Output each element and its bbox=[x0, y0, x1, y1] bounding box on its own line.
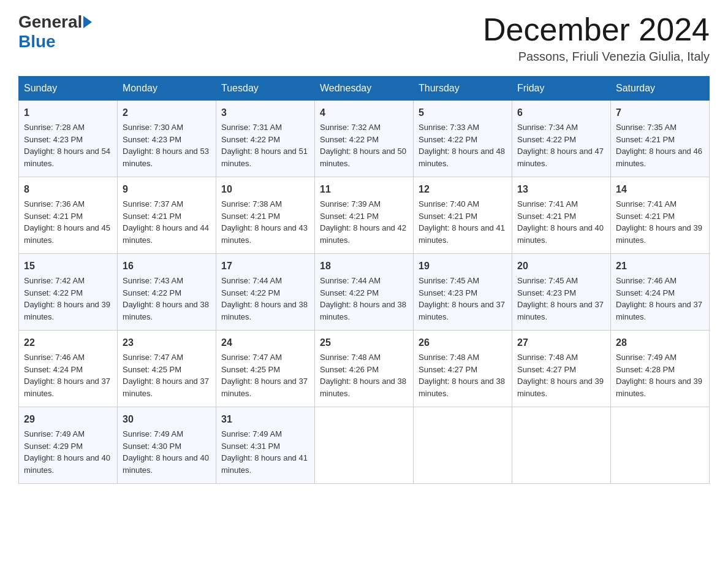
logo: General Blue bbox=[18, 12, 93, 52]
table-row: 5 Sunrise: 7:33 AMSunset: 4:22 PMDayligh… bbox=[414, 101, 512, 177]
table-row: 23 Sunrise: 7:47 AMSunset: 4:25 PMDaylig… bbox=[118, 331, 216, 407]
table-row: 20 Sunrise: 7:45 AMSunset: 4:23 PMDaylig… bbox=[512, 254, 611, 331]
day-number: 21 bbox=[616, 259, 704, 274]
day-info: Sunrise: 7:38 AMSunset: 4:21 PMDaylight:… bbox=[221, 199, 308, 245]
day-number: 28 bbox=[616, 335, 704, 350]
table-row: 27 Sunrise: 7:48 AMSunset: 4:27 PMDaylig… bbox=[512, 331, 611, 407]
day-number: 16 bbox=[123, 259, 211, 274]
day-number: 30 bbox=[123, 412, 211, 427]
table-row: 12 Sunrise: 7:40 AMSunset: 4:21 PMDaylig… bbox=[414, 177, 512, 254]
day-number: 14 bbox=[616, 182, 704, 197]
table-row: 14 Sunrise: 7:41 AMSunset: 4:21 PMDaylig… bbox=[611, 177, 710, 254]
day-number: 1 bbox=[24, 105, 112, 120]
calendar-week-row: 1 Sunrise: 7:28 AMSunset: 4:23 PMDayligh… bbox=[19, 101, 710, 177]
logo-arrow-icon bbox=[83, 16, 92, 28]
day-info: Sunrise: 7:49 AMSunset: 4:29 PMDaylight:… bbox=[24, 429, 110, 475]
day-info: Sunrise: 7:45 AMSunset: 4:23 PMDaylight:… bbox=[419, 276, 505, 321]
day-number: 13 bbox=[517, 182, 605, 197]
page-header: General Blue December 2024 Passons, Friu… bbox=[18, 12, 710, 64]
table-row: 19 Sunrise: 7:45 AMSunset: 4:23 PMDaylig… bbox=[414, 254, 512, 331]
title-section: December 2024 Passons, Friuli Venezia Gi… bbox=[483, 12, 710, 64]
day-info: Sunrise: 7:33 AMSunset: 4:22 PMDaylight:… bbox=[419, 123, 505, 168]
table-row: 6 Sunrise: 7:34 AMSunset: 4:22 PMDayligh… bbox=[512, 101, 611, 177]
col-monday: Monday bbox=[118, 77, 216, 101]
day-number: 22 bbox=[24, 335, 112, 350]
col-wednesday: Wednesday bbox=[315, 77, 414, 101]
col-tuesday: Tuesday bbox=[216, 77, 315, 101]
day-number: 17 bbox=[221, 259, 309, 274]
day-number: 4 bbox=[320, 105, 408, 120]
day-info: Sunrise: 7:45 AMSunset: 4:23 PMDaylight:… bbox=[517, 276, 604, 321]
day-info: Sunrise: 7:46 AMSunset: 4:24 PMDaylight:… bbox=[616, 276, 702, 321]
day-number: 29 bbox=[24, 412, 112, 427]
day-info: Sunrise: 7:46 AMSunset: 4:24 PMDaylight:… bbox=[24, 353, 110, 398]
table-row: 29 Sunrise: 7:49 AMSunset: 4:29 PMDaylig… bbox=[19, 407, 118, 484]
table-row: 16 Sunrise: 7:43 AMSunset: 4:22 PMDaylig… bbox=[118, 254, 216, 331]
table-row: 24 Sunrise: 7:47 AMSunset: 4:25 PMDaylig… bbox=[216, 331, 315, 407]
day-info: Sunrise: 7:37 AMSunset: 4:21 PMDaylight:… bbox=[123, 199, 209, 245]
day-info: Sunrise: 7:48 AMSunset: 4:26 PMDaylight:… bbox=[320, 353, 406, 398]
day-number: 10 bbox=[221, 182, 309, 197]
table-row: 10 Sunrise: 7:38 AMSunset: 4:21 PMDaylig… bbox=[216, 177, 315, 254]
day-number: 31 bbox=[221, 412, 309, 427]
day-number: 8 bbox=[24, 182, 112, 197]
table-row: 4 Sunrise: 7:32 AMSunset: 4:22 PMDayligh… bbox=[315, 101, 414, 177]
day-info: Sunrise: 7:49 AMSunset: 4:30 PMDaylight:… bbox=[123, 429, 209, 475]
calendar-week-row: 29 Sunrise: 7:49 AMSunset: 4:29 PMDaylig… bbox=[19, 407, 710, 484]
table-row: 26 Sunrise: 7:48 AMSunset: 4:27 PMDaylig… bbox=[414, 331, 512, 407]
table-row bbox=[611, 407, 710, 484]
calendar-week-row: 8 Sunrise: 7:36 AMSunset: 4:21 PMDayligh… bbox=[19, 177, 710, 254]
calendar-week-row: 15 Sunrise: 7:42 AMSunset: 4:22 PMDaylig… bbox=[19, 254, 710, 331]
table-row bbox=[414, 407, 512, 484]
day-number: 20 bbox=[517, 259, 605, 274]
day-number: 5 bbox=[419, 105, 507, 120]
day-info: Sunrise: 7:49 AMSunset: 4:28 PMDaylight:… bbox=[616, 353, 702, 398]
table-row: 2 Sunrise: 7:30 AMSunset: 4:23 PMDayligh… bbox=[118, 101, 216, 177]
table-row bbox=[315, 407, 414, 484]
day-info: Sunrise: 7:48 AMSunset: 4:27 PMDaylight:… bbox=[517, 353, 604, 398]
table-row: 8 Sunrise: 7:36 AMSunset: 4:21 PMDayligh… bbox=[19, 177, 118, 254]
day-number: 26 bbox=[419, 335, 507, 350]
table-row: 9 Sunrise: 7:37 AMSunset: 4:21 PMDayligh… bbox=[118, 177, 216, 254]
day-info: Sunrise: 7:41 AMSunset: 4:21 PMDaylight:… bbox=[517, 199, 604, 245]
day-number: 18 bbox=[320, 259, 408, 274]
table-row: 28 Sunrise: 7:49 AMSunset: 4:28 PMDaylig… bbox=[611, 331, 710, 407]
calendar-table: Sunday Monday Tuesday Wednesday Thursday… bbox=[18, 76, 710, 484]
day-number: 23 bbox=[123, 335, 211, 350]
day-info: Sunrise: 7:34 AMSunset: 4:22 PMDaylight:… bbox=[517, 123, 604, 168]
day-info: Sunrise: 7:44 AMSunset: 4:22 PMDaylight:… bbox=[320, 276, 406, 321]
table-row: 15 Sunrise: 7:42 AMSunset: 4:22 PMDaylig… bbox=[19, 254, 118, 331]
col-thursday: Thursday bbox=[414, 77, 512, 101]
day-info: Sunrise: 7:41 AMSunset: 4:21 PMDaylight:… bbox=[616, 199, 702, 245]
table-row: 7 Sunrise: 7:35 AMSunset: 4:21 PMDayligh… bbox=[611, 101, 710, 177]
table-row: 3 Sunrise: 7:31 AMSunset: 4:22 PMDayligh… bbox=[216, 101, 315, 177]
day-info: Sunrise: 7:48 AMSunset: 4:27 PMDaylight:… bbox=[419, 353, 505, 398]
day-number: 2 bbox=[123, 105, 211, 120]
table-row: 21 Sunrise: 7:46 AMSunset: 4:24 PMDaylig… bbox=[611, 254, 710, 331]
day-info: Sunrise: 7:36 AMSunset: 4:21 PMDaylight:… bbox=[24, 199, 110, 245]
table-row: 17 Sunrise: 7:44 AMSunset: 4:22 PMDaylig… bbox=[216, 254, 315, 331]
day-number: 9 bbox=[123, 182, 211, 197]
day-info: Sunrise: 7:28 AMSunset: 4:23 PMDaylight:… bbox=[24, 123, 110, 168]
logo-blue-text: Blue bbox=[18, 32, 56, 51]
day-info: Sunrise: 7:43 AMSunset: 4:22 PMDaylight:… bbox=[123, 276, 209, 321]
day-info: Sunrise: 7:39 AMSunset: 4:21 PMDaylight:… bbox=[320, 199, 406, 245]
table-row: 30 Sunrise: 7:49 AMSunset: 4:30 PMDaylig… bbox=[118, 407, 216, 484]
day-number: 19 bbox=[419, 259, 507, 274]
day-info: Sunrise: 7:49 AMSunset: 4:31 PMDaylight:… bbox=[221, 429, 308, 475]
day-number: 24 bbox=[221, 335, 309, 350]
month-title: December 2024 bbox=[483, 12, 710, 47]
col-saturday: Saturday bbox=[611, 77, 710, 101]
calendar-header-row: Sunday Monday Tuesday Wednesday Thursday… bbox=[19, 77, 710, 101]
table-row: 1 Sunrise: 7:28 AMSunset: 4:23 PMDayligh… bbox=[19, 101, 118, 177]
day-number: 7 bbox=[616, 105, 704, 120]
table-row bbox=[512, 407, 611, 484]
day-number: 27 bbox=[517, 335, 605, 350]
location-text: Passons, Friuli Venezia Giulia, Italy bbox=[483, 50, 710, 64]
day-info: Sunrise: 7:42 AMSunset: 4:22 PMDaylight:… bbox=[24, 276, 110, 321]
day-number: 6 bbox=[517, 105, 605, 120]
table-row: 13 Sunrise: 7:41 AMSunset: 4:21 PMDaylig… bbox=[512, 177, 611, 254]
day-number: 3 bbox=[221, 105, 309, 120]
table-row: 31 Sunrise: 7:49 AMSunset: 4:31 PMDaylig… bbox=[216, 407, 315, 484]
table-row: 11 Sunrise: 7:39 AMSunset: 4:21 PMDaylig… bbox=[315, 177, 414, 254]
